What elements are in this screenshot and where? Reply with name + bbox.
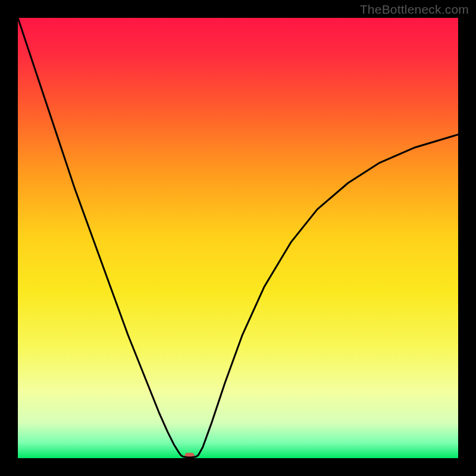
watermark-text: TheBottleneck.com — [360, 2, 469, 17]
bottleneck-chart — [0, 0, 476, 476]
frame-left — [0, 0, 18, 476]
plot-background — [18, 18, 458, 458]
frame-bottom — [0, 458, 476, 476]
frame-right — [458, 0, 476, 476]
chart-stage: TheBottleneck.com — [0, 0, 476, 476]
